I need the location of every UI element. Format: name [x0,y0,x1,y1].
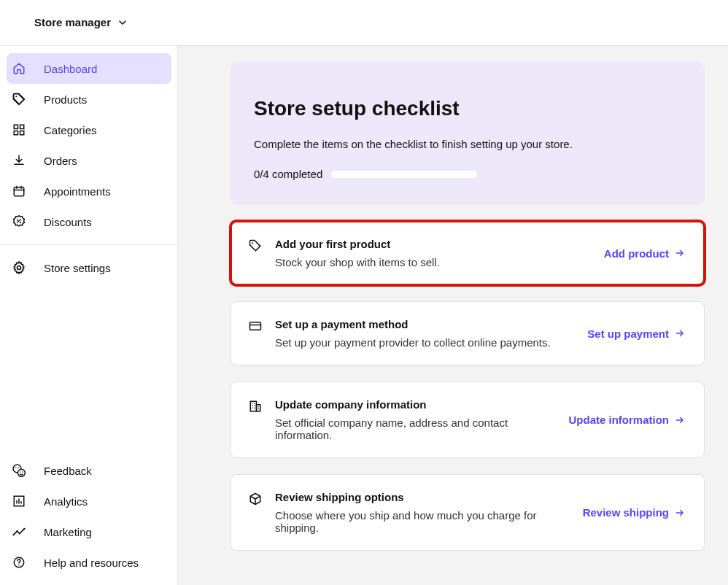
svg-rect-23 [257,405,260,411]
svg-point-16 [19,532,20,534]
svg-point-19 [18,565,20,566]
task-action-update-info[interactable]: Update information [569,414,686,426]
sidebar-item-help[interactable]: Help and resources [7,547,171,578]
store-manager-label: Store manager [34,16,111,28]
home-icon [12,61,26,76]
arrow-right-icon [675,508,685,518]
svg-point-9 [15,468,17,469]
main-content: Store setup checklist Complete the items… [178,45,728,585]
sidebar-item-label: Help and resources [44,557,139,569]
download-icon [12,153,26,168]
svg-rect-22 [250,401,256,411]
store-manager-dropdown[interactable]: Store manager [34,16,127,28]
svg-rect-5 [14,187,24,196]
sidebar-item-products[interactable]: Products [7,84,171,115]
arrow-right-icon [675,248,685,258]
task-body: Update company information Set official … [275,398,557,441]
svg-point-20 [252,242,253,244]
task-title: Update company information [275,398,557,411]
sidebar-main-nav: Dashboard Products Categories Orders [0,46,177,245]
task-body: Set up a payment method Set up your paym… [275,318,576,349]
sidebar-item-label: Analytics [44,495,88,508]
svg-point-15 [16,530,18,532]
svg-rect-4 [20,131,24,135]
tag-icon [12,92,26,106]
task-card-add-product: Add your first product Stock your shop w… [231,221,705,285]
sidebar-item-orders[interactable]: Orders [7,145,171,176]
sidebar-item-feedback[interactable]: Feedback [7,455,171,486]
sidebar-item-dashboard[interactable]: Dashboard [7,53,171,84]
gear-badge-icon [12,214,26,229]
gear-icon [12,260,26,275]
checklist-title: Store setup checklist [254,97,681,120]
credit-card-icon [247,319,263,336]
help-icon [12,555,26,570]
chevron-down-icon [118,18,127,27]
svg-rect-2 [20,125,24,128]
sidebar-item-label: Products [44,93,87,106]
checklist-header-card: Store setup checklist Complete the items… [231,62,705,205]
task-desc: Set official company name, address and c… [275,417,557,441]
task-action-label: Update information [569,414,670,426]
task-desc: Set up your payment provider to collect … [275,336,576,349]
task-desc: Choose where you ship and how much you c… [275,509,571,534]
sidebar-settings-section: Store settings [0,245,177,290]
svg-point-6 [18,266,21,270]
progress-bar [331,171,477,178]
svg-point-8 [18,469,25,476]
tag-icon [247,239,263,255]
svg-rect-3 [14,131,18,135]
svg-point-14 [12,534,14,535]
package-icon [247,492,263,508]
checklist-subtitle: Complete the items on the checklist to f… [254,138,681,150]
bar-chart-icon [12,494,26,508]
svg-point-17 [23,528,25,530]
sidebar-item-label: Store settings [44,262,111,274]
task-desc: Stock your shop with items to sell. [275,256,592,268]
task-action-label: Set up payment [587,328,669,340]
progress-text: 0/4 completed [254,168,322,180]
sidebar-item-label: Feedback [44,465,92,477]
sidebar-item-marketing[interactable]: Marketing [7,516,171,547]
svg-rect-1 [14,125,18,128]
task-title: Set up a payment method [275,318,576,330]
sidebar-item-store-settings[interactable]: Store settings [7,252,171,283]
svg-point-11 [20,471,21,473]
task-title: Add your first product [275,238,592,250]
layout: Dashboard Products Categories Orders [0,45,728,585]
sidebar: Dashboard Products Categories Orders [0,45,178,585]
svg-point-12 [22,471,23,473]
checklist-progress: 0/4 completed [254,168,681,180]
sidebar-item-analytics[interactable]: Analytics [7,486,171,516]
task-action-review-shipping[interactable]: Review shipping [583,506,685,519]
building-icon [247,400,263,416]
sidebar-item-label: Appointments [44,185,111,198]
trend-icon [12,524,26,539]
task-action-label: Add product [604,247,669,260]
sidebar-item-appointments[interactable]: Appointments [7,176,171,206]
sidebar-item-label: Dashboard [44,63,97,75]
task-card-shipping: Review shipping options Choose where you… [231,474,705,551]
arrow-right-icon [675,328,685,338]
svg-point-10 [18,468,19,469]
sidebar-item-label: Marketing [44,526,92,538]
grid-icon [12,123,26,137]
svg-point-0 [15,96,17,97]
sidebar-item-categories[interactable]: Categories [7,115,171,145]
emoji-icon [12,463,26,478]
arrow-right-icon [675,415,685,425]
sidebar-item-label: Orders [44,155,77,167]
task-card-payment: Set up a payment method Set up your paym… [231,301,705,365]
sidebar-item-discounts[interactable]: Discounts [7,206,171,237]
task-action-setup-payment[interactable]: Set up payment [587,328,685,340]
task-action-add-product[interactable]: Add product [604,247,685,260]
task-action-label: Review shipping [583,506,669,519]
task-body: Add your first product Stock your shop w… [275,238,592,268]
task-card-company-info: Update company information Set official … [231,381,705,458]
sidebar-item-label: Discounts [44,216,92,228]
calendar-icon [12,184,26,198]
task-body: Review shipping options Choose where you… [275,491,571,534]
header: Store manager [0,0,728,45]
svg-rect-21 [250,322,261,330]
sidebar-bottom-nav: Feedback Analytics Marketing Help and re… [0,449,177,585]
